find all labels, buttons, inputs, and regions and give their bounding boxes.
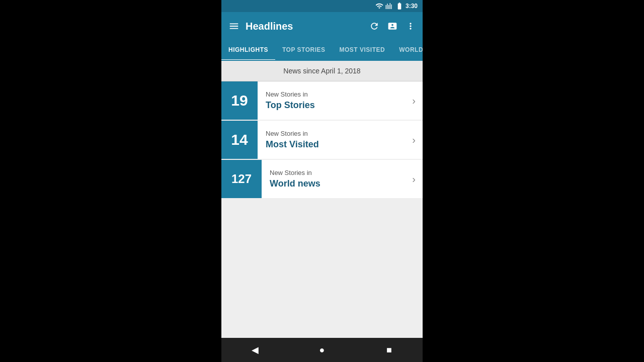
toolbar-icons (369, 21, 416, 31)
refresh-icon[interactable] (369, 21, 379, 31)
battery-icon (395, 2, 404, 10)
tab-top-stories[interactable]: TOP STORIES (275, 40, 333, 60)
story-item-top-stories[interactable]: 19 New Stories in Top Stories › (221, 81, 423, 120)
story-item-world-news[interactable]: 127 New Stories in World news › (221, 160, 423, 198)
status-bar: 3:30 (221, 0, 423, 12)
back-button[interactable]: ◀ (243, 338, 267, 362)
news-since-banner: News since April 1, 2018 (221, 61, 423, 81)
story-info-top-stories: New Stories in Top Stories (258, 84, 412, 117)
more-icon[interactable] (406, 21, 416, 31)
tab-world-news[interactable]: WORLD NE... (392, 40, 423, 60)
menu-icon[interactable] (228, 21, 239, 32)
chevron-icon-most-visited: › (412, 134, 423, 146)
signal-icon (385, 2, 393, 10)
bottom-nav: ◀ ● ■ (221, 338, 423, 362)
story-count-top-stories: 19 (231, 92, 248, 109)
content-area: News since April 1, 2018 19 New Stories … (221, 61, 423, 338)
phone-container: 3:30 Headlines (221, 0, 423, 362)
story-subtitle-top-stories: New Stories in (266, 90, 404, 98)
story-info-world-news: New Stories in World news (262, 163, 412, 195)
story-count-box-top-stories: 19 (221, 81, 258, 120)
recent-button[interactable]: ■ (377, 338, 401, 362)
story-title-world-news: World news (270, 178, 404, 189)
toolbar: Headlines (221, 12, 423, 40)
tabs-bar: HIGHLIGHTS TOP STORIES MOST VISITED WORL… (221, 40, 423, 61)
settings-icon[interactable] (387, 21, 397, 31)
story-item-most-visited[interactable]: 14 New Stories in Most Visited › (221, 121, 423, 159)
story-info-most-visited: New Stories in Most Visited (258, 124, 412, 156)
tab-highlights[interactable]: HIGHLIGHTS (221, 40, 275, 61)
story-count-box-world-news: 127 (221, 160, 262, 198)
tab-most-visited[interactable]: MOST VISITED (333, 40, 392, 60)
story-count-box-most-visited: 14 (221, 121, 258, 159)
story-subtitle-most-visited: New Stories in (266, 130, 404, 137)
story-title-most-visited: Most Visited (266, 139, 404, 150)
story-subtitle-world-news: New Stories in (270, 169, 404, 176)
story-title-top-stories: Top Stories (266, 100, 404, 111)
story-count-world-news: 127 (231, 172, 252, 186)
news-since-text: News since April 1, 2018 (283, 67, 360, 75)
home-button[interactable]: ● (310, 338, 334, 362)
app-title: Headlines (246, 21, 363, 32)
story-count-most-visited: 14 (231, 131, 248, 148)
chevron-icon-world-news: › (412, 173, 423, 185)
chevron-icon-top-stories: › (412, 95, 423, 107)
status-time: 3:30 (406, 3, 418, 10)
status-bar-icons: 3:30 (375, 2, 418, 10)
wifi-icon (375, 2, 383, 10)
